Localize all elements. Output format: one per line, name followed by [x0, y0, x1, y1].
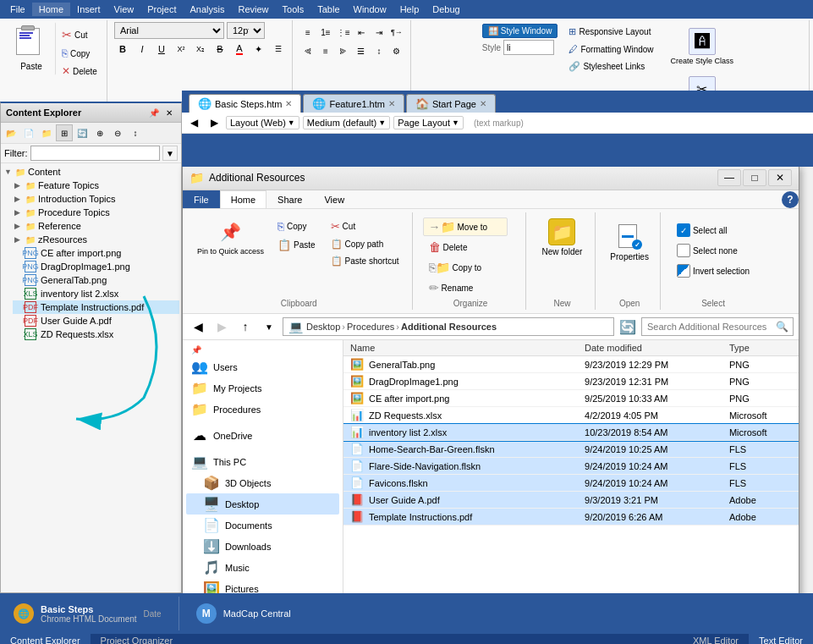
layout-selector[interactable]: Layout (Web) ▼	[226, 116, 299, 129]
tree-item-dragdrop[interactable]: ▶ PNG DragDropImage1.png	[13, 260, 179, 273]
editor-tab-basic-steps[interactable]: 🌐 Basic Steps.htm ✕	[189, 94, 301, 113]
file-row-favicons[interactable]: 📄Favicons.flskn 9/24/2019 10:24 AM FLS	[343, 475, 799, 492]
taskbar-basic-steps[interactable]: 🌐 Basic Steps Chrome HTML Document Date	[7, 600, 168, 627]
style-window-button[interactable]: 🪟 Style Window	[482, 24, 558, 38]
formatting-window-button[interactable]: 🖊 Formatting Window	[564, 41, 657, 57]
indent-button[interactable]: ⇥	[371, 24, 387, 41]
help-button[interactable]: ?	[782, 191, 799, 208]
file-row-template[interactable]: 📕Template Instructions.pdf 9/20/2019 6:2…	[343, 509, 799, 526]
tree-item-content[interactable]: ▼ 📁 Content	[3, 165, 179, 179]
fe-paste-shortcut-button[interactable]: 📋 Paste shortcut	[325, 253, 405, 269]
line-spacing-button[interactable]: ↕	[371, 42, 387, 59]
menu-home[interactable]: Home	[32, 3, 70, 16]
fe-cut-button[interactable]: ✂ Cut	[325, 217, 405, 235]
fe-tab-file[interactable]: File	[183, 190, 220, 208]
fe-tab-home[interactable]: Home	[220, 190, 266, 208]
list-ol-button[interactable]: 1≡	[317, 24, 334, 41]
ltr-button[interactable]: ¶→	[388, 24, 405, 41]
properties-button[interactable]: ✓ Properties	[606, 217, 653, 266]
tree-item-ce-after[interactable]: ▶ PNG CE after import.png	[13, 246, 179, 260]
copy-button[interactable]: ⎘ Copy	[58, 45, 102, 62]
stylesheet-links-button[interactable]: 🔗 Stylesheet Links	[564, 58, 657, 74]
tree-item-generaltab[interactable]: ▶ PNG GeneralTab.png	[13, 273, 179, 287]
menu-analysis[interactable]: Analysis	[184, 3, 232, 16]
underline-button[interactable]: U	[153, 41, 170, 58]
justify-button[interactable]: ☰	[353, 42, 370, 59]
outdent-button[interactable]: ⇤	[353, 24, 370, 41]
paste-button[interactable]: Paste	[8, 22, 56, 75]
file-row-generaltab[interactable]: 🖼️GeneralTab.png 9/23/2019 12:29 PM PNG	[343, 356, 799, 373]
select-all-button[interactable]: ✓ Select all	[671, 221, 733, 239]
menu-review[interactable]: Review	[231, 3, 275, 16]
tree-item-intro-topics[interactable]: ▶ 📁 Introduction Topics	[13, 192, 179, 206]
pin-button[interactable]: 📌	[147, 106, 161, 119]
fe-tab-share[interactable]: Share	[266, 190, 313, 208]
panel-close-button[interactable]: ✕	[162, 106, 176, 119]
col-type[interactable]: Type	[722, 340, 799, 356]
align-left-button[interactable]: ⫷	[299, 42, 316, 59]
menu-file[interactable]: File	[3, 3, 32, 16]
file-row-user-guide[interactable]: 📕User Guide A.pdf 9/3/2019 3:21 PM Adobe	[343, 492, 799, 509]
file-row-zd-requests[interactable]: 📊ZD Requests.xlsx 4/2/2019 4:05 PM Micro…	[343, 407, 799, 424]
taskbar-madcap-central[interactable]: M MadCap Central	[190, 600, 298, 627]
refresh-button[interactable]: 🔄	[74, 124, 91, 141]
pin-quick-access-button[interactable]: 📌 Pin to Quick access	[193, 214, 268, 261]
col-date[interactable]: Date modified	[578, 340, 722, 356]
sidebar-item-this-pc[interactable]: 💻 This PC	[186, 451, 339, 472]
subscript-button[interactable]: X₂	[192, 41, 209, 58]
editor-back-button[interactable]: ◀	[185, 114, 202, 131]
fe-copy-button[interactable]: ⎘ Copy	[272, 217, 321, 235]
responsive-layout-button[interactable]: ⊞ Responsive Layout	[564, 24, 657, 40]
sidebar-item-users[interactable]: 👥 Users	[186, 356, 339, 377]
editor-tab-start-page[interactable]: 🏠 Start Page ✕	[406, 94, 496, 113]
panel-tab-content-explorer[interactable]: Content Explorer	[0, 634, 91, 644]
fe-copy-path-button[interactable]: 📋 Copy path	[325, 236, 405, 252]
file-row-ce-after[interactable]: 🖼️CE after import.png 9/25/2019 10:33 AM…	[343, 390, 799, 407]
open-file-button[interactable]: 📂	[3, 124, 19, 141]
font-family-select[interactable]: Arial	[114, 22, 224, 39]
bc-desktop[interactable]: Desktop	[306, 322, 340, 332]
grid-view-button[interactable]: ⊞	[56, 124, 73, 141]
highlight-button[interactable]: ✦	[250, 41, 267, 58]
tree-item-feature-topics[interactable]: ▶ 📁 Feature Topics	[13, 179, 179, 192]
fe-tab-view[interactable]: View	[313, 190, 355, 208]
new-folder-button[interactable]: 📁	[38, 124, 55, 141]
move-to-button[interactable]: →📁 Move to	[423, 217, 508, 236]
maximize-button[interactable]: □	[743, 169, 766, 186]
menu-view[interactable]: View	[107, 3, 141, 16]
fe-refresh-button[interactable]: 🔄	[618, 317, 638, 336]
editor-tab-feature1[interactable]: 🌐 Feature1.htm ✕	[303, 94, 404, 113]
tree-item-zd-requests[interactable]: ▶ XLS ZD Requests.xlsx	[13, 328, 179, 341]
sidebar-item-desktop[interactable]: 🖥️ Desktop	[186, 493, 339, 515]
minimize-button[interactable]: —	[717, 169, 741, 186]
bold-button[interactable]: B	[114, 41, 131, 58]
editor-forward-button[interactable]: ▶	[206, 114, 222, 131]
close-button[interactable]: ✕	[768, 169, 792, 186]
collapse-button[interactable]: ⊖	[109, 124, 126, 141]
fe-recent-button[interactable]: ▼	[259, 317, 279, 336]
fe-forward-button[interactable]: ▶	[211, 317, 232, 336]
clear-format-button[interactable]: ☰	[270, 41, 287, 58]
sidebar-item-procedures[interactable]: 📁 Procedures	[186, 399, 339, 420]
create-style-class-button[interactable]: 🅰 Create Style Class	[665, 24, 740, 70]
invert-selection-button[interactable]: Invert selection	[671, 261, 755, 280]
filter-dropdown-button[interactable]: ▼	[162, 146, 178, 161]
menu-project[interactable]: Project	[140, 3, 183, 16]
editor-tab-xml[interactable]: XML Editor	[683, 634, 749, 644]
panel-tab-project-organizer[interactable]: Project Organizer	[91, 634, 184, 644]
new-file-button[interactable]: 📄	[20, 124, 37, 141]
fe-search-input[interactable]	[641, 317, 794, 336]
file-row-home-search[interactable]: 📄Home-Search-Bar-Green.flskn 9/24/2019 1…	[343, 441, 799, 458]
sort-button[interactable]: ↕	[127, 124, 144, 141]
fe-up-button[interactable]: ↑	[235, 317, 255, 336]
font-color-button[interactable]: A	[231, 41, 248, 58]
tree-item-template[interactable]: ▶ PDF Template Instructions.pdf	[13, 300, 179, 314]
menu-window[interactable]: Window	[347, 3, 393, 16]
sidebar-item-downloads[interactable]: ⬇️ Downloads	[186, 536, 339, 557]
expand-button[interactable]: ⊕	[91, 124, 108, 141]
tree-item-user-guide[interactable]: ▶ PDF User Guide A.pdf	[13, 314, 179, 328]
sidebar-item-my-projects[interactable]: 📁 My Projects	[186, 377, 339, 399]
select-none-button[interactable]: Select none	[671, 241, 744, 260]
menu-insert[interactable]: Insert	[70, 3, 107, 16]
close-tab-basic-steps[interactable]: ✕	[285, 99, 292, 108]
